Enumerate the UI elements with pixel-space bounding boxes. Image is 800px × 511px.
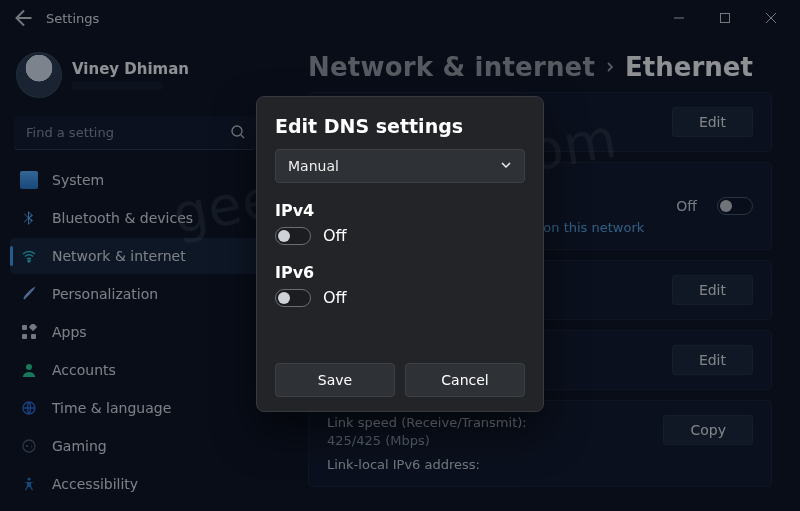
window-title: Settings	[46, 11, 99, 26]
sidebar-item-accessibility[interactable]: Accessibility	[10, 466, 260, 502]
sidebar-item-personalization[interactable]: Personalization	[10, 276, 260, 312]
ipv6-toggle[interactable]	[275, 289, 311, 307]
edit-button[interactable]: Edit	[672, 107, 753, 137]
svg-rect-5	[31, 334, 36, 339]
ipv6-state: Off	[323, 288, 347, 307]
svg-point-10	[27, 477, 30, 480]
breadcrumb-parent[interactable]: Network & internet	[308, 52, 595, 82]
link-speed-value: 425/425 (Mbps)	[327, 433, 649, 448]
sidebar-item-label: Accounts	[52, 362, 116, 378]
metered-toggle[interactable]	[717, 197, 753, 215]
wifi-icon	[20, 247, 38, 265]
apps-icon	[20, 323, 38, 341]
sidebar: Viney Dhiman System Bluetooth & devices	[0, 36, 270, 511]
accessibility-icon	[20, 475, 38, 493]
cancel-button[interactable]: Cancel	[405, 363, 525, 397]
ipv6-address-label: Link-local IPv6 address:	[327, 457, 649, 472]
edit-button[interactable]: Edit	[672, 275, 753, 305]
minimize-button[interactable]	[656, 0, 702, 36]
sidebar-item-accounts[interactable]: Accounts	[10, 352, 260, 388]
sidebar-item-label: Bluetooth & devices	[52, 210, 193, 226]
svg-rect-4	[22, 334, 27, 339]
svg-rect-6	[29, 324, 37, 331]
sidebar-item-label: Apps	[52, 324, 87, 340]
search-icon	[230, 124, 246, 144]
ipv4-label: IPv4	[275, 201, 525, 220]
back-button[interactable]	[12, 6, 36, 30]
sidebar-item-label: Accessibility	[52, 476, 138, 492]
search-input[interactable]	[14, 116, 256, 150]
dns-mode-value: Manual	[288, 158, 339, 174]
modal-title: Edit DNS settings	[275, 115, 525, 137]
title-bar: Settings	[0, 0, 800, 36]
sidebar-item-gaming[interactable]: Gaming	[10, 428, 260, 464]
svg-point-2	[28, 260, 30, 262]
search-wrap	[14, 116, 256, 150]
link-speed-label: Link speed (Receive/Transmit):	[327, 415, 649, 430]
svg-rect-3	[22, 325, 27, 330]
chevron-down-icon	[500, 158, 512, 174]
breadcrumb-current: Ethernet	[625, 52, 753, 82]
sidebar-item-label: System	[52, 172, 104, 188]
globe-icon	[20, 399, 38, 417]
gaming-icon	[20, 437, 38, 455]
metered-state-label: Off	[676, 198, 697, 214]
close-button[interactable]	[748, 0, 794, 36]
svg-point-9	[23, 440, 35, 452]
sidebar-item-system[interactable]: System	[10, 162, 260, 198]
user-name: Viney Dhiman	[72, 60, 189, 78]
display-icon	[20, 171, 38, 189]
svg-rect-0	[721, 14, 730, 23]
save-button[interactable]: Save	[275, 363, 395, 397]
sidebar-item-apps[interactable]: Apps	[10, 314, 260, 350]
edit-button[interactable]: Edit	[672, 345, 753, 375]
sidebar-item-network-internet[interactable]: Network & internet	[10, 238, 260, 274]
sidebar-item-label: Personalization	[52, 286, 158, 302]
avatar	[16, 52, 62, 98]
maximize-button[interactable]	[702, 0, 748, 36]
sidebar-item-label: Gaming	[52, 438, 107, 454]
user-subinfo	[72, 82, 162, 90]
ipv4-toggle[interactable]	[275, 227, 311, 245]
bluetooth-icon	[20, 209, 38, 227]
sidebar-item-label: Network & internet	[52, 248, 186, 264]
dns-mode-select[interactable]: Manual	[275, 149, 525, 183]
person-icon	[20, 361, 38, 379]
copy-button[interactable]: Copy	[663, 415, 753, 445]
svg-point-1	[232, 126, 242, 136]
svg-point-7	[26, 364, 32, 370]
sidebar-item-time-language[interactable]: Time & language	[10, 390, 260, 426]
brush-icon	[20, 285, 38, 303]
card-network-info: Link speed (Receive/Transmit): 425/425 (…	[308, 400, 772, 487]
user-card[interactable]: Viney Dhiman	[10, 46, 260, 112]
edit-dns-modal: Edit DNS settings Manual IPv4 Off IPv6 O…	[256, 96, 544, 412]
chevron-right-icon	[605, 59, 615, 75]
sidebar-item-label: Time & language	[52, 400, 171, 416]
ipv4-state: Off	[323, 226, 347, 245]
ipv6-label: IPv6	[275, 263, 525, 282]
sidebar-item-bluetooth-devices[interactable]: Bluetooth & devices	[10, 200, 260, 236]
breadcrumb: Network & internet Ethernet	[308, 52, 772, 82]
